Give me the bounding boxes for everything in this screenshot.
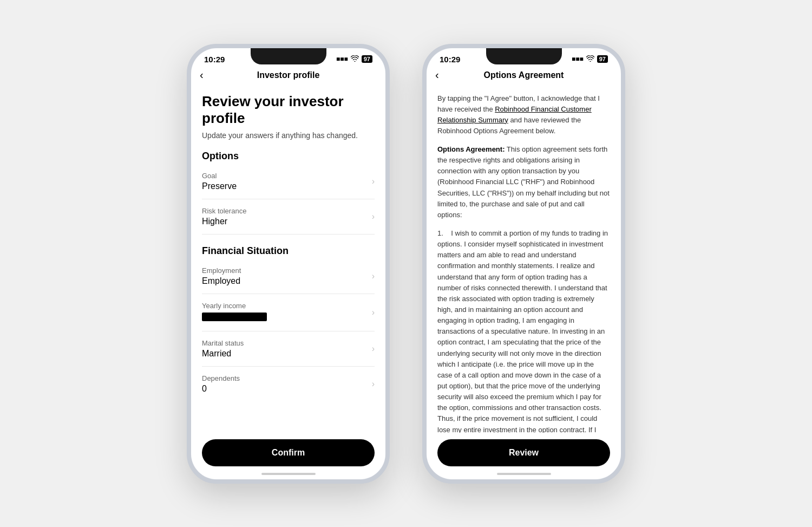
- goal-value: Preserve: [202, 181, 237, 191]
- review-button[interactable]: Review: [437, 439, 610, 466]
- nav-bar-right: ‹ Options Agreement: [427, 66, 621, 84]
- dependents-label: Dependents: [202, 374, 240, 382]
- agreement-desc: This option agreement sets forth the res…: [437, 145, 610, 219]
- battery-right: 97: [597, 55, 608, 63]
- goal-chevron: ›: [372, 177, 375, 186]
- left-phone: 10:29 ■■■ 97 ‹ I: [187, 44, 390, 484]
- status-time-left: 10:29: [204, 55, 225, 64]
- risk-value: Higher: [202, 217, 246, 226]
- marital-row[interactable]: Marital status Married ›: [202, 331, 375, 367]
- back-button-left[interactable]: ‹: [200, 69, 204, 81]
- dependents-value: 0: [202, 384, 240, 394]
- marital-value: Married: [202, 349, 244, 359]
- dependents-chevron: ›: [372, 379, 375, 389]
- agreement-point1-text: I wish to commit a portion of my funds t…: [437, 229, 608, 432]
- employment-chevron: ›: [372, 271, 375, 281]
- agreement-heading-bold: Options Agreement:: [437, 145, 505, 153]
- confirm-button[interactable]: Confirm: [202, 439, 375, 466]
- agreement-body: By tapping the "I Agree" button, I ackno…: [437, 93, 610, 433]
- marital-label: Marital status: [202, 339, 244, 347]
- options-agreement-content: By tapping the "I Agree" button, I ackno…: [427, 84, 621, 433]
- section-label-financial: Financial Situation: [202, 245, 375, 257]
- employment-label: Employment: [202, 266, 241, 275]
- employment-value: Employed: [202, 276, 241, 286]
- goal-row[interactable]: Goal Preserve ›: [202, 164, 375, 199]
- agreement-point1-prefix: 1.: [437, 229, 451, 237]
- investor-profile-content: Review your investor profile Update your…: [191, 84, 385, 433]
- wifi-icon-right: [586, 55, 594, 63]
- status-time-right: 10:29: [440, 55, 460, 64]
- signal-icon-left: ■■■: [336, 55, 348, 63]
- nav-bar-left: ‹ Investor profile: [191, 66, 385, 84]
- page-heading-left: Review your investor profile: [202, 93, 375, 127]
- dependents-row[interactable]: Dependents 0 ›: [202, 367, 375, 401]
- income-row[interactable]: Yearly income ›: [202, 294, 375, 331]
- income-label: Yearly income: [202, 302, 267, 310]
- section-label-options: Options: [202, 151, 375, 162]
- income-chevron: ›: [372, 308, 375, 317]
- agreement-intro-para: By tapping the "I Agree" button, I ackno…: [437, 93, 610, 137]
- marital-chevron: ›: [372, 344, 375, 354]
- page-subheading-left: Update your answers if anything has chan…: [202, 131, 375, 140]
- status-icons-left: ■■■ 97: [336, 55, 372, 63]
- status-icons-right: ■■■ 97: [572, 55, 608, 63]
- income-value-redacted: [202, 313, 267, 321]
- home-indicator-right: [497, 473, 551, 475]
- risk-label: Risk tolerance: [202, 207, 246, 215]
- home-indicator-left: [261, 473, 316, 475]
- agreement-body-para: Options Agreement: This option agreement…: [437, 144, 610, 220]
- right-phone: 10:29 ■■■ 97 ‹ O: [422, 44, 625, 484]
- employment-row[interactable]: Employment Employed ›: [202, 259, 375, 294]
- risk-row[interactable]: Risk tolerance Higher ›: [202, 199, 375, 235]
- back-button-right[interactable]: ‹: [435, 69, 439, 81]
- battery-left: 97: [362, 55, 372, 63]
- signal-icon-right: ■■■: [572, 55, 584, 63]
- agreement-point1: 1. I wish to commit a portion of my fund…: [437, 228, 610, 432]
- goal-label: Goal: [202, 172, 237, 180]
- wifi-icon-left: [351, 55, 359, 63]
- nav-title-left: Investor profile: [257, 70, 320, 80]
- nav-title-right: Options Agreement: [484, 70, 564, 80]
- risk-chevron: ›: [372, 212, 375, 222]
